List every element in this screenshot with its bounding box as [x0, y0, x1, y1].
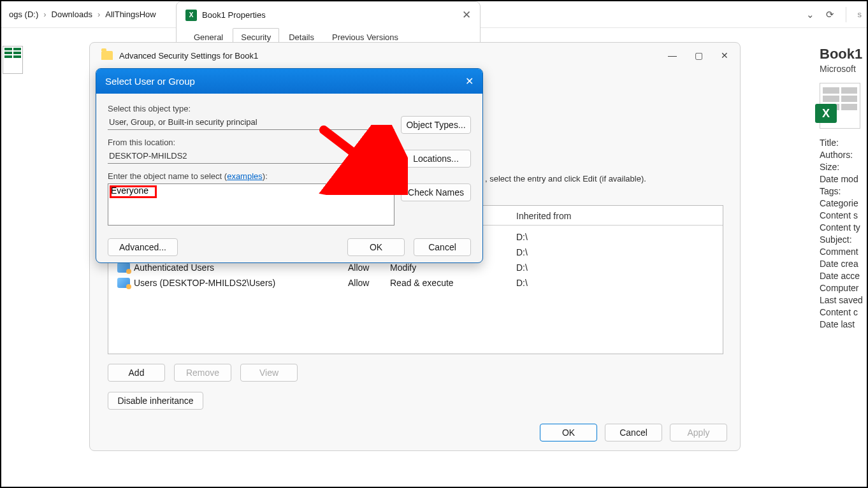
add-button[interactable]: Add — [108, 364, 165, 382]
prop-label: Date acce — [820, 271, 865, 281]
prop-label: Size: — [820, 162, 865, 172]
refresh-icon[interactable]: ⟳ — [826, 9, 834, 20]
location-field — [108, 150, 394, 164]
breadcrumb-item[interactable]: ogs (D:) — [6, 8, 41, 20]
dialog-title: Select User or Group — [105, 76, 195, 87]
prop-label: Subject: — [820, 234, 865, 245]
label-object-type: Select this object type: — [108, 104, 471, 113]
prop-label: Tags: — [820, 186, 865, 196]
apply-button[interactable]: Apply — [670, 424, 727, 441]
prop-label: Categorie — [820, 198, 865, 208]
folder-icon — [101, 51, 113, 60]
prop-label: Content c — [820, 307, 865, 317]
file-thumbnail[interactable] — [3, 46, 23, 74]
cell-inherited: D:\ — [516, 278, 714, 288]
breadcrumb: ogs (D:) › Downloads › AllThingsHow — [6, 8, 159, 20]
prop-label: Date last — [820, 319, 865, 329]
details-pane: Book1 Microsoft X Title: Authors: Size: … — [816, 37, 865, 483]
divider — [846, 7, 846, 22]
close-icon[interactable]: ✕ — [465, 75, 474, 87]
object-name-input[interactable]: Everyone — [111, 185, 391, 224]
close-icon[interactable]: ✕ — [721, 50, 728, 61]
label-from-location: From this location: — [108, 138, 471, 147]
chevron-right-icon: › — [43, 10, 46, 19]
prop-label: Date crea — [820, 259, 865, 269]
hint-text: , select the entry and click Edit (if av… — [485, 174, 646, 183]
prop-label: Last saved — [820, 295, 865, 305]
close-icon[interactable]: ✕ — [462, 8, 471, 22]
prop-label: Authors: — [820, 150, 865, 160]
cancel-button[interactable]: Cancel — [414, 238, 471, 256]
prop-label: Title: — [820, 138, 865, 148]
prop-label: Content ty — [820, 222, 865, 233]
cell-inherited: D:\ — [516, 232, 714, 242]
cell-access: Read & execute — [390, 278, 516, 288]
prop-label: Computer — [820, 283, 865, 293]
cell-inherited: D:\ — [516, 247, 714, 257]
cell-type: Allow — [348, 278, 390, 288]
breadcrumb-item[interactable]: Downloads — [49, 8, 95, 20]
prop-label: Comment — [820, 247, 865, 257]
dialog-title: Book1 Properties — [202, 10, 266, 20]
file-name: Book1 — [820, 46, 865, 62]
cancel-button[interactable]: Cancel — [605, 424, 662, 441]
advanced-button[interactable]: Advanced... — [108, 238, 178, 256]
file-type: Microsoft — [820, 64, 865, 74]
users-icon — [117, 278, 130, 288]
search-hint: s — [858, 10, 862, 19]
maximize-icon[interactable]: ▢ — [695, 50, 703, 61]
chevron-down-icon[interactable]: ⌄ — [806, 9, 814, 20]
locations-button[interactable]: Locations... — [401, 150, 471, 168]
property-list: Title: Authors: Size: Date mod Tags: Cat… — [820, 138, 865, 329]
ok-button[interactable]: OK — [540, 424, 597, 441]
excel-file-icon: X — [820, 83, 860, 129]
dialog-title: Advanced Security Settings for Book1 — [119, 51, 258, 61]
breadcrumb-item[interactable]: AllThingsHow — [103, 8, 158, 20]
check-names-button[interactable]: Check Names — [401, 183, 471, 201]
object-types-button[interactable]: Object Types... — [401, 116, 471, 134]
excel-icon: X — [185, 10, 197, 21]
view-button[interactable]: View — [240, 364, 298, 382]
minimize-icon[interactable]: — — [668, 50, 677, 61]
chevron-right-icon: › — [98, 10, 100, 19]
remove-button[interactable]: Remove — [174, 364, 231, 382]
cell-type: Allow — [348, 262, 390, 273]
prop-label: Content s — [820, 210, 865, 220]
cell-principal: Users (DESKTOP-MHILDS2\Users) — [134, 278, 275, 288]
prop-label: Date mod — [820, 174, 865, 184]
cell-principal: Authenticated Users — [134, 262, 214, 273]
disable-inheritance-button[interactable]: Disable inheritance — [108, 392, 203, 410]
ok-button[interactable]: OK — [347, 238, 405, 256]
col-inherited: Inherited from — [516, 211, 714, 221]
cell-inherited: D:\ — [516, 262, 714, 273]
users-icon — [117, 262, 130, 273]
cell-access: Modify — [390, 262, 516, 273]
table-row[interactable]: Users (DESKTOP-MHILDS2\Users) Allow Read… — [108, 275, 723, 291]
examples-link[interactable]: examples — [227, 171, 263, 181]
select-user-group-dialog: Select User or Group ✕ Select this objec… — [96, 68, 483, 263]
label-enter-name: Enter the object name to select (example… — [108, 171, 471, 181]
object-type-field — [108, 116, 394, 130]
